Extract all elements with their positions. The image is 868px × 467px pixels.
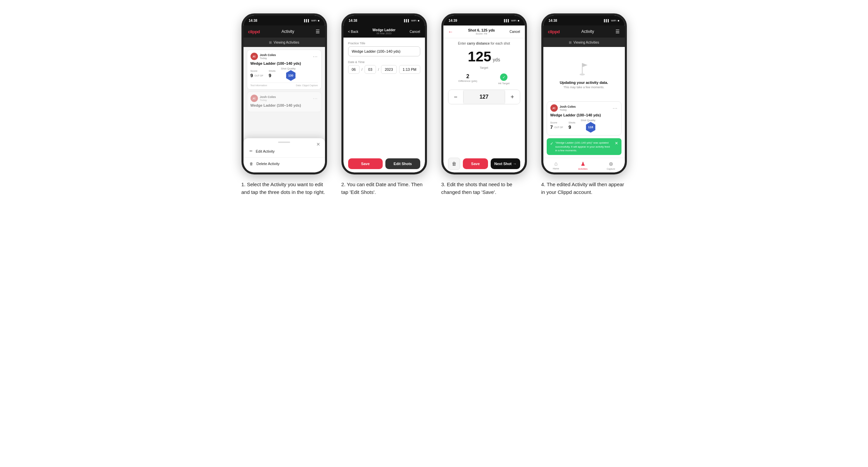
hexagon-1: 130 (286, 70, 296, 81)
hit-target-lbl-3: Hit Target (498, 82, 509, 85)
more-dots-2[interactable]: ··· (313, 96, 318, 101)
sheet-edit-item[interactable]: ✏ Edit Activity (244, 146, 325, 157)
card-info-1: Test Information (251, 84, 267, 87)
sheet-close-1[interactable]: ✕ (316, 142, 320, 147)
phone-3: 14:39 ▌▌▌ WiFi ■ ← Shot 6, 125 yds Score… (441, 13, 527, 175)
next-shot-arrow-3: → (513, 162, 517, 166)
user-info-1: JC Josh Coles Today (251, 53, 276, 60)
user-details-1: Josh Coles Today (260, 53, 276, 60)
svg-point-2 (580, 73, 585, 75)
difference-metric-3: 2 Difference (yds) (459, 73, 477, 85)
save-btn-3[interactable]: Save (463, 158, 488, 169)
phone-1: 14:38 ▌▌▌ WiFi ■ clippd Activity ☰ ⊞ Vie… (242, 13, 327, 175)
save-button-2[interactable]: Save (348, 158, 383, 169)
caption-2: 2. You can edit Date and Time. Then tap … (341, 181, 427, 196)
back-btn-2[interactable]: < Back (348, 30, 359, 34)
nav-title-1: Activity (281, 29, 294, 34)
cancel-btn-2[interactable]: Cancel (409, 30, 420, 34)
caption-1: 1. Select the Activity you want to edit … (242, 181, 327, 196)
wifi-icon-3: WiFi (511, 19, 517, 22)
success-dots-4[interactable]: ··· (613, 105, 618, 111)
activities-lbl: Activities (578, 168, 588, 170)
capture-nav-item[interactable]: ⊕ Capture (607, 161, 615, 170)
brand-logo-1: clippd (248, 29, 260, 34)
signal-icon-2: ▌▌▌ (404, 19, 410, 22)
delete-label: Delete Activity (256, 162, 280, 166)
cancel-btn-3[interactable]: Cancel (509, 30, 520, 34)
success-user-date-4: Today (560, 108, 576, 112)
screen-content-1: JC Josh Coles Today ··· Wedge Ladder (10… (244, 47, 325, 173)
distance-display-3: 125 yds (448, 49, 520, 65)
sq-label-1: Shot Quality (281, 67, 296, 70)
card-footer-1: Test Information Data: Clippd Capture (251, 83, 318, 87)
notch-1 (271, 15, 298, 22)
capture-icon: ⊕ (609, 161, 613, 167)
difference-val-3: 2 (459, 73, 477, 80)
nav-title-4: Activity (581, 29, 594, 34)
phone-1-screen: 14:38 ▌▌▌ WiFi ■ clippd Activity ☰ ⊞ Vie… (244, 15, 325, 173)
activity-bar-label-4: Viewing Activities (574, 40, 599, 44)
status-icons-2: ▌▌▌ WiFi ■ (404, 19, 420, 22)
phone-3-screen: 14:39 ▌▌▌ WiFi ■ ← Shot 6, 125 yds Score… (443, 15, 525, 173)
nav-bar-1: clippd Activity ☰ (244, 26, 325, 38)
notch-3 (470, 15, 497, 22)
year-input-2[interactable]: 2023 (381, 65, 397, 74)
activity-card-2: JC Josh Coles Today ··· Wedge Ladder (10… (247, 92, 322, 112)
stepper-minus-3[interactable]: − (448, 90, 463, 104)
distance-num-3: 125 (468, 49, 491, 64)
day-input-2[interactable]: 06 (348, 65, 360, 74)
practice-title-label-2: Practice Title (348, 41, 420, 45)
menu-icon-4[interactable]: ☰ (615, 29, 620, 34)
next-shot-label-3: Next Shot (494, 162, 512, 166)
shot-instruction-3: Enter carry distance for each shot (448, 41, 520, 45)
activities-nav-item[interactable]: ♟ Activities (578, 161, 588, 170)
status-icons-3: ▌▌▌ WiFi ■ (504, 19, 520, 22)
capture-lbl: Capture (607, 168, 615, 170)
phone-2: 14:38 ▌▌▌ WiFi ■ < Back Wedge Ladder 06 … (341, 13, 427, 175)
difference-lbl-3: Difference (yds) (459, 80, 477, 83)
back-arrow-3[interactable]: ← (448, 29, 454, 35)
activity-bar-icon-1: ⊞ (269, 40, 272, 44)
updating-sub-4: This may take a few moments. (563, 86, 604, 89)
sheet-delete-item[interactable]: 🗑 Delete Activity (244, 158, 325, 169)
status-bar-1: 14:38 ▌▌▌ WiFi ■ (244, 15, 325, 26)
trash-btn-3[interactable]: 🗑 (448, 158, 460, 170)
date-row-2: 06 / 03 / 2023 1:13 PM (348, 65, 420, 74)
success-user-info-4: JC Josh Coles Today (550, 104, 576, 112)
menu-icon-1[interactable]: ☰ (316, 29, 320, 34)
user-date-2: Today (260, 99, 276, 102)
success-score-label-4: Score (550, 121, 563, 124)
nav-bar-4: clippd Activity ☰ (543, 26, 625, 38)
practice-title-input-2[interactable] (348, 46, 420, 56)
home-icon: ⌂ (554, 161, 558, 167)
card-data-src-1: Data: Clippd Capture (296, 84, 318, 87)
shot-nav-sub-3: Score 7/9 (468, 32, 495, 35)
updating-title-4: Updating your activity data. (560, 81, 608, 85)
next-shot-btn-3[interactable]: Next Shot → (491, 158, 520, 169)
card-header-2: JC Josh Coles Today ··· (251, 95, 318, 102)
avatar-1: JC (251, 53, 258, 60)
signal-icon-3: ▌▌▌ (504, 19, 510, 22)
edit-icon: ✏ (250, 149, 253, 153)
score-stat-1: Score 9 OUT OF (251, 69, 264, 79)
activities-icon: ♟ (581, 161, 585, 167)
shots-label-1: Shots (269, 69, 275, 72)
form-nav-center-2: Wedge Ladder 06 Mar 2023 (373, 28, 396, 35)
success-hexagon-4: 118 (586, 122, 595, 132)
toast-close-4[interactable]: ✕ (615, 141, 618, 146)
wifi-icon-2: WiFi (411, 19, 416, 22)
user-details-2: Josh Coles Today (260, 95, 276, 102)
more-dots-1[interactable]: ··· (313, 54, 318, 59)
time-input-2[interactable]: 1:13 PM (399, 65, 420, 74)
activity-bar-label-1: Viewing Activities (274, 40, 300, 44)
stepper-plus-3[interactable]: + (505, 90, 520, 104)
edit-shots-button-2[interactable]: Edit Shots (385, 158, 420, 169)
status-time-4: 14:38 (549, 19, 557, 23)
home-nav-item[interactable]: ⌂ Home (553, 161, 559, 170)
card-title-1: Wedge Ladder (100–140 yds) (251, 61, 318, 65)
success-shots-val-4: 9 (568, 124, 571, 130)
edit-label: Edit Activity (256, 149, 275, 153)
notch-2 (371, 15, 398, 22)
month-input-2[interactable]: 03 (365, 65, 376, 74)
sq-stat-1: Shot Quality 130 (281, 67, 296, 81)
